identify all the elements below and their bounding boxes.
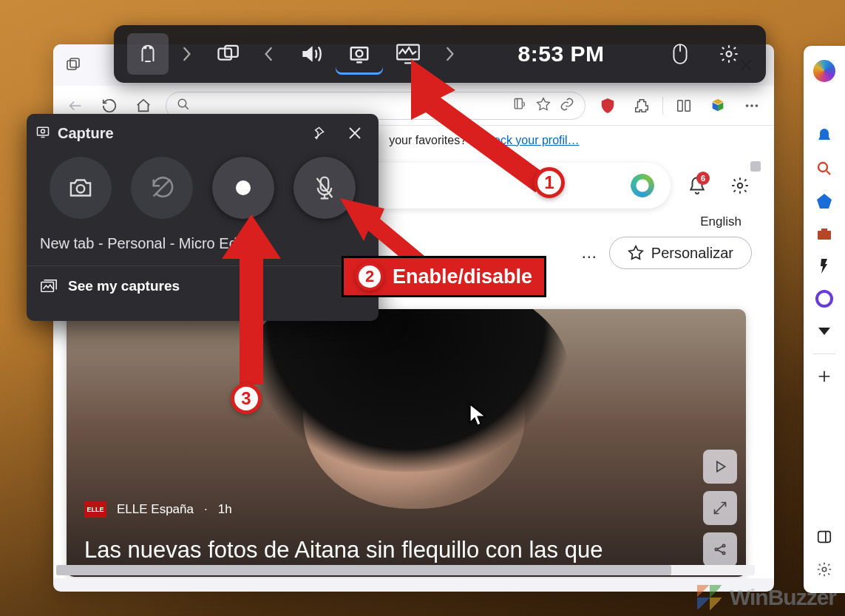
gamebar-settings-button[interactable] xyxy=(705,33,753,75)
svg-marker-32 xyxy=(411,59,550,192)
gamebar-mouse-button[interactable] xyxy=(656,33,704,75)
editor-overflow[interactable]: … xyxy=(581,243,597,263)
svg-rect-16 xyxy=(818,532,831,543)
capture-title-text: Capture xyxy=(58,125,114,142)
svg-point-6 xyxy=(746,104,749,107)
annotation-marker-2: 2 xyxy=(356,263,384,291)
sidebar-games-icon[interactable] xyxy=(810,251,839,281)
notifications-button[interactable]: 6 xyxy=(681,169,713,202)
news-source-name: ELLE España xyxy=(117,502,194,517)
capture-last30s-button[interactable] xyxy=(131,157,193,219)
annotation-marker-1: 1 xyxy=(534,167,565,198)
horizontal-scroll-thumb[interactable] xyxy=(56,565,671,575)
extensions-button[interactable] xyxy=(625,92,658,120)
gamebar-widgets-button[interactable] xyxy=(204,33,251,75)
svg-rect-14 xyxy=(818,231,831,240)
news-share-button[interactable] xyxy=(703,532,737,566)
sidebar-panel-icon[interactable] xyxy=(810,522,839,552)
sidebar-briefcase-icon[interactable] xyxy=(810,219,839,248)
capture-titlebar: Capture xyxy=(27,114,379,152)
watermark-logo-icon xyxy=(697,585,722,610)
svg-rect-4 xyxy=(678,100,682,111)
news-hero-card[interactable]: ELLE ELLE España · 1h Las nuevas fotos d… xyxy=(67,309,746,577)
svg-point-18 xyxy=(144,47,146,49)
ntp-settings-button[interactable] xyxy=(724,169,756,202)
svg-point-13 xyxy=(818,163,827,172)
svg-point-29 xyxy=(77,185,84,192)
capture-record-button[interactable] xyxy=(212,157,274,219)
svg-point-11 xyxy=(722,544,724,546)
svg-rect-22 xyxy=(351,47,368,59)
svg-point-17 xyxy=(822,567,827,572)
svg-point-12 xyxy=(722,552,724,554)
capture-flyout: Capture New tab - Personal - Micro Edge … xyxy=(27,114,379,321)
capture-screenshot-button[interactable] xyxy=(50,157,112,219)
annotation-label-2: 2 Enable/disable xyxy=(342,256,546,297)
svg-point-26 xyxy=(727,52,732,57)
news-source-row: ELLE ELLE España · 1h xyxy=(84,501,232,518)
news-image-hair xyxy=(244,309,569,472)
gamebar-chevron-right-1[interactable] xyxy=(170,33,203,75)
sidebar-coupon-icon[interactable] xyxy=(810,186,839,216)
svg-point-8 xyxy=(756,104,759,107)
news-side-actions xyxy=(703,450,737,566)
record-dot-icon xyxy=(236,180,251,195)
news-source-logo: ELLE xyxy=(84,501,106,518)
capture-pin-button[interactable] xyxy=(303,118,333,148)
gamebar-chevron-left[interactable] xyxy=(253,33,285,75)
capture-close-button[interactable] xyxy=(340,118,370,148)
svg-point-9 xyxy=(738,183,743,189)
capture-source-label: New tab - Personal - Micro Edge xyxy=(40,235,365,252)
personalize-button[interactable]: Personalizar xyxy=(609,237,752,269)
sidebar-bell-icon[interactable] xyxy=(810,121,839,151)
news-age: 1h xyxy=(218,502,232,517)
svg-rect-5 xyxy=(685,100,690,111)
edge-sidebar xyxy=(804,46,845,593)
gamebar-capture-button[interactable] xyxy=(336,33,383,75)
news-headline: Las nuevas fotos de Aitana sin flequillo… xyxy=(84,537,694,563)
news-play-button[interactable] xyxy=(703,450,737,484)
svg-marker-34 xyxy=(222,214,281,385)
sidebar-divider xyxy=(813,353,835,354)
sidebar-m365-icon[interactable] xyxy=(810,284,839,314)
edge-menu-button[interactable] xyxy=(736,92,768,120)
sidebar-collapse-icon[interactable] xyxy=(810,317,839,346)
cube-extension-icon[interactable] xyxy=(702,92,734,120)
mouse-cursor-icon xyxy=(469,404,486,429)
capture-title-icon xyxy=(35,124,50,143)
svg-rect-1 xyxy=(70,58,79,67)
gamebar-home-button[interactable] xyxy=(127,33,169,75)
adblock-icon[interactable] xyxy=(591,92,624,120)
svg-point-7 xyxy=(750,104,753,107)
split-screen-button[interactable] xyxy=(668,92,700,120)
svg-point-19 xyxy=(150,47,152,49)
see-my-captures-link[interactable]: See my captures xyxy=(27,266,379,306)
sidebar-search-icon[interactable] xyxy=(810,154,839,183)
sidebar-add-icon[interactable] xyxy=(810,362,839,391)
copilot-icon[interactable] xyxy=(810,56,839,86)
svg-point-10 xyxy=(715,548,717,550)
link-icon[interactable] xyxy=(560,97,574,115)
capture-buttons-row xyxy=(27,157,379,219)
annotation-marker-3: 3 xyxy=(231,383,262,414)
watermark: WinBuzzer xyxy=(697,585,836,610)
svg-rect-0 xyxy=(67,61,76,70)
svg-point-15 xyxy=(817,291,832,306)
svg-rect-27 xyxy=(38,127,49,135)
bing-logo-icon xyxy=(628,171,657,200)
annotation-arrow-3 xyxy=(222,214,281,385)
horizontal-scrollbar[interactable] xyxy=(56,565,755,575)
svg-point-28 xyxy=(41,129,45,133)
search-icon xyxy=(177,98,190,114)
tab-overview-button[interactable] xyxy=(59,50,89,80)
toolbar-separator xyxy=(662,97,663,115)
notification-badge: 6 xyxy=(696,172,710,185)
news-source-sep: · xyxy=(204,502,208,517)
svg-point-2 xyxy=(178,99,186,107)
svg-point-23 xyxy=(356,50,363,57)
sidebar-settings-icon[interactable] xyxy=(810,555,839,584)
news-expand-button[interactable] xyxy=(703,491,737,525)
gamebar-audio-button[interactable] xyxy=(287,33,334,75)
